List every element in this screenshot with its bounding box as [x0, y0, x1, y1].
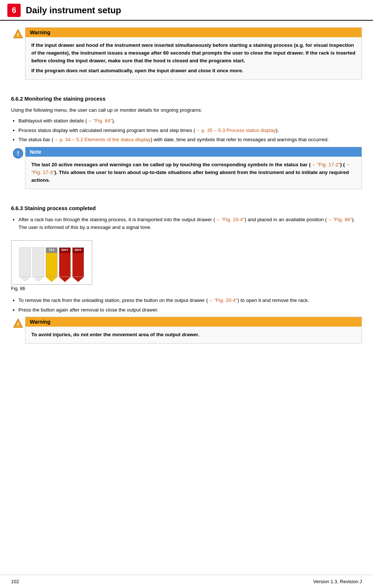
page-number: 102 [11, 579, 19, 584]
main-content: ! Warning If the input drawer and hood o… [0, 27, 373, 382]
section-663-bullets-2: To remove the rack from the unloading st… [18, 296, 362, 314]
section-663-title: Staining process completed [24, 205, 95, 211]
section-663-number: 6.6.3 [11, 205, 23, 211]
warning-1-header: Warning [25, 28, 362, 37]
section-662-bullets: Bathlayout with station details (→ "Fig.… [18, 117, 362, 144]
warning-2-box: Warning To avoid injuries, do not enter … [25, 317, 362, 344]
bullet-663-1: After a rack has run through the stainin… [18, 216, 362, 232]
note-1-text: The last 20 active messages and warnings… [31, 161, 356, 184]
note-1-label: Note [30, 149, 41, 155]
link-fig86a[interactable]: → "Fig. 86" [327, 217, 352, 222]
rack-col-5: DHY [72, 247, 84, 282]
warning-triangle-icon-2: ! [13, 318, 23, 328]
link-fig20-4b[interactable]: → "Fig. 20-4" [208, 298, 237, 303]
fig-86-label: Fig. 86 [11, 286, 92, 291]
warning-1-body: If the input drawer and hood of the inst… [25, 37, 362, 79]
rack-label-ts1: TS1 [46, 248, 57, 253]
rack-bar-yellow-1: TS1 [46, 247, 57, 277]
rack-label-dhy1: DHY [59, 248, 70, 253]
bullet-662-2: Process status display with calculated r… [18, 126, 362, 135]
rack-arrow-3 [46, 277, 57, 282]
rack-bar-red-2: DHY [72, 247, 84, 277]
link-fig17-2[interactable]: → "Fig. 17-2" [311, 162, 340, 167]
link-p35[interactable]: → p. 35 – 5.3 Process status display [195, 128, 276, 133]
warning-2-icon-col: ! [11, 317, 25, 352]
warning-1-p2: If the program does not start automatica… [31, 67, 356, 75]
rack-arrow-2 [32, 277, 44, 282]
rack-bar-red-1: DHY [59, 247, 71, 277]
warning-box-1: ! Warning If the input drawer and hood o… [11, 27, 362, 88]
section-662-intro: Using the following menu, the user can c… [11, 106, 362, 114]
section-663-heading: 6.6.3 Staining process completed [11, 205, 362, 211]
figure-86-image: TS1 DHY DHY [11, 240, 92, 285]
page-footer: 102 Version 1.3, Revision J [0, 575, 373, 588]
note-1-body: The last 20 active messages and warnings… [25, 157, 362, 189]
note-1-header: Note [25, 147, 362, 157]
version-label: Version 1.3, Revision J [313, 579, 362, 584]
rack-col-3: TS1 [46, 247, 57, 282]
rack-arrow-5 [72, 277, 84, 282]
rack-bar-empty-2 [32, 247, 44, 277]
page-title: Daily instrument setup [26, 5, 121, 15]
rack-col-1 [19, 247, 31, 282]
warning-1-box: Warning If the input drawer and hood of … [25, 27, 362, 80]
note-icon-col: ! [11, 147, 25, 197]
note-1-box: Note The last 20 active messages and war… [25, 147, 362, 189]
link-fig84[interactable]: → "Fig. 84" [87, 118, 112, 123]
note-box-wrapper: ! Note The last 20 active messages and w… [11, 147, 362, 197]
bullet-662-3: The status bar (→ p. 34 – 5.2 Elements o… [18, 136, 362, 144]
svg-text:!: ! [17, 321, 19, 327]
section-663-bullets-1: After a rack has run through the stainin… [18, 216, 362, 232]
warning-box-2-wrapper: ! Warning To avoid injuries, do not ente… [11, 317, 362, 352]
rack-col-4: DHY [59, 247, 71, 282]
note-circle-icon: ! [13, 148, 23, 159]
warning-2-content: Warning To avoid injuries, do not enter … [25, 317, 362, 352]
warning-2-text: To avoid injuries, do not enter the move… [31, 331, 356, 339]
link-fig20-4a[interactable]: → "Fig. 20-4" [215, 217, 245, 222]
figure-86-container: TS1 DHY DHY Fig. 86 [11, 240, 92, 291]
link-p34[interactable]: → p. 34 – 5.2 Elements of the status dis… [53, 137, 151, 142]
chapter-badge: 6 [7, 4, 21, 17]
rack-label-dhy2: DHY [73, 248, 84, 253]
warning-2-label: Warning [30, 319, 50, 325]
section-662-title: Monitoring the staining process [24, 96, 105, 102]
warning-2-body: To avoid injuries, do not enter the move… [25, 327, 362, 343]
warning-icon-col: ! [11, 27, 25, 88]
bullet-663-2: To remove the rack from the unloading st… [18, 296, 362, 305]
rack-arrow-1 [19, 277, 31, 282]
section-662-heading: 6.6.2 Monitoring the staining process [11, 96, 362, 102]
rack-arrow-4 [59, 277, 71, 282]
warning-triangle-icon: ! [13, 29, 23, 39]
page-header: 6 Daily instrument setup [0, 0, 373, 21]
bullet-663-3: Press the button again after removal to … [18, 306, 362, 314]
svg-text:!: ! [17, 32, 19, 38]
warning-1-label: Warning [30, 29, 50, 35]
section-662-number: 6.6.2 [11, 96, 23, 102]
svg-text:!: ! [17, 150, 19, 157]
rack-col-2 [32, 247, 44, 282]
rack-bar-empty-1 [19, 247, 31, 277]
warning-1-p1: If the input drawer and hood of the inst… [31, 42, 356, 65]
bullet-662-1: Bathlayout with station details (→ "Fig.… [18, 117, 362, 125]
warning-2-header: Warning [25, 317, 362, 327]
note-1-content: Note The last 20 active messages and war… [25, 147, 362, 197]
warning-1-content: Warning If the input drawer and hood of … [25, 27, 362, 88]
